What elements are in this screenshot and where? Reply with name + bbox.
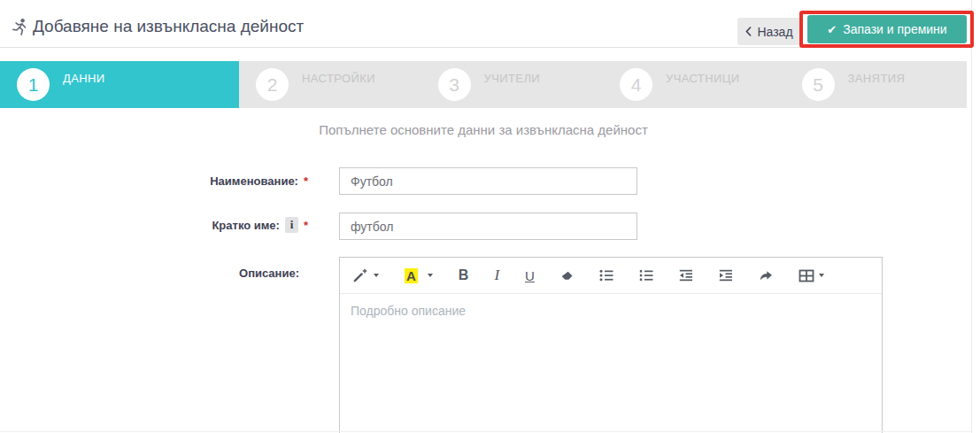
chevron-down-icon <box>374 274 379 277</box>
save-and-continue-button[interactable]: ✔ Запази и премини <box>807 15 967 43</box>
description-editor-body[interactable]: Подробно описание <box>340 294 882 433</box>
redo-button[interactable] <box>759 269 773 282</box>
required-asterisk: * <box>304 219 308 232</box>
description-field-label: Описание: <box>0 267 308 280</box>
short-name-label-text: Кратко име: <box>212 219 280 232</box>
content-right-border <box>971 0 972 433</box>
page: Добавяне на извънкласна дейност Назад ✔ … <box>0 0 980 433</box>
bold-icon: B <box>459 267 469 283</box>
step-subtitle: Попълнете основните данни за извънкласна… <box>0 122 967 137</box>
font-color-icon: A <box>405 268 418 283</box>
step-label: НАСТРОЙКИ <box>302 72 375 85</box>
save-button-label: Запази и премини <box>843 22 946 36</box>
indent-icon <box>719 268 733 282</box>
outdent-button[interactable] <box>679 268 693 282</box>
italic-icon: I <box>494 267 499 284</box>
step-label: ЗАНЯТИЯ <box>848 72 906 85</box>
step-tab-nastroyki[interactable]: 2 НАСТРОЙКИ <box>239 61 421 108</box>
step-tab-uchastnitsi[interactable]: 4 УЧАСТНИЦИ <box>603 61 785 108</box>
check-icon: ✔ <box>827 23 837 36</box>
editor-toolbar: A B I U <box>340 258 882 294</box>
indent-button[interactable] <box>719 268 733 282</box>
page-title: Добавяне на извънкласна дейност <box>33 17 304 36</box>
step-tab-zanyatia[interactable]: 5 ЗАНЯТИЯ <box>785 61 968 108</box>
name-label-text: Наименование: <box>210 174 298 188</box>
required-asterisk: * <box>304 174 308 188</box>
description-editor: A B I U <box>339 257 883 433</box>
unordered-list-button[interactable] <box>599 268 613 282</box>
name-field-label: Наименование: * <box>0 174 308 188</box>
underline-button[interactable]: U <box>525 268 535 283</box>
content-bottom-border <box>0 431 971 432</box>
table-button[interactable] <box>799 269 824 282</box>
running-person-icon <box>10 18 29 38</box>
step-tab-danni[interactable]: 1 ДАННИ <box>0 61 239 108</box>
bold-button[interactable]: B <box>459 267 469 283</box>
short-name-input[interactable] <box>339 213 637 240</box>
ordered-list-button[interactable] <box>639 268 653 282</box>
ordered-list-icon <box>639 268 653 282</box>
italic-button[interactable]: I <box>494 267 499 284</box>
font-color-button[interactable]: A <box>405 268 433 283</box>
redo-arrow-icon <box>759 269 773 282</box>
name-input[interactable] <box>339 167 637 195</box>
clear-format-button[interactable] <box>560 269 574 282</box>
info-icon[interactable]: i <box>285 217 298 233</box>
step-number-circle: 4 <box>620 68 652 101</box>
step-number-circle: 5 <box>802 68 835 101</box>
header-divider <box>0 47 971 48</box>
chevron-down-icon <box>819 274 824 277</box>
back-button-label: Назад <box>757 25 792 39</box>
step-number-circle: 2 <box>256 68 289 101</box>
wizard-steps: 1 ДАННИ 2 НАСТРОЙКИ 3 УЧИТЕЛИ 4 УЧАСТНИЦ… <box>0 61 967 108</box>
back-button[interactable]: Назад <box>737 18 801 45</box>
short-name-field-label: Кратко име: i * <box>0 217 308 233</box>
step-number-circle: 1 <box>17 68 50 101</box>
step-label: УЧАСТНИЦИ <box>666 72 740 85</box>
chevron-down-icon <box>428 274 433 277</box>
step-label: ДАННИ <box>63 72 105 85</box>
step-label: УЧИТЕЛИ <box>484 72 541 85</box>
unordered-list-icon <box>599 268 613 282</box>
table-icon <box>799 269 814 282</box>
underline-icon: U <box>525 268 535 283</box>
eraser-icon <box>560 269 574 282</box>
outdent-icon <box>679 268 693 282</box>
step-tab-uchiteli[interactable]: 3 УЧИТЕЛИ <box>421 61 604 108</box>
step-number-circle: 3 <box>438 68 471 101</box>
chevron-left-icon <box>745 27 752 36</box>
magic-wand-style-button[interactable] <box>353 268 379 282</box>
magic-wand-icon <box>353 268 369 282</box>
description-label-text: Описание: <box>239 267 299 280</box>
